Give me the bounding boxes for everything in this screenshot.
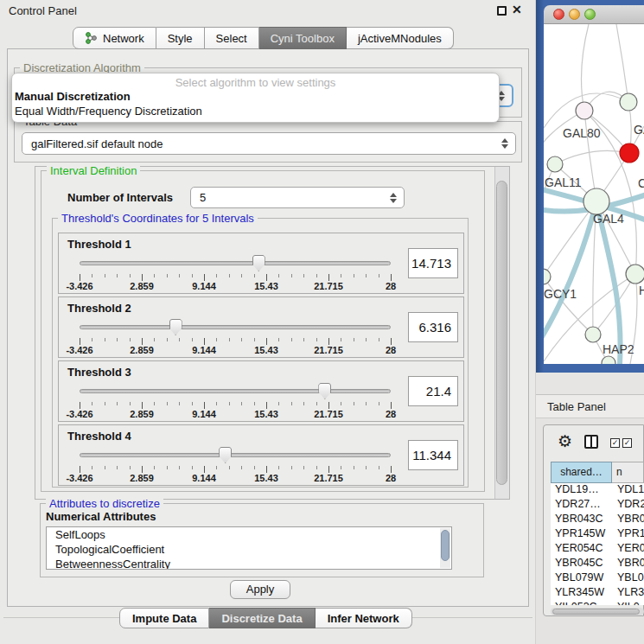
gear-icon[interactable]: ⚙ <box>558 431 572 451</box>
zoom-traffic-light-icon[interactable] <box>584 9 596 20</box>
column-header-name[interactable]: n <box>612 462 644 483</box>
threshold-4-value-field[interactable]: 11.344 <box>408 440 458 470</box>
number-of-intervals-label: Number of Intervals <box>67 191 173 204</box>
node[interactable] <box>602 356 615 364</box>
network-icon <box>85 32 98 44</box>
tab-network[interactable]: Network <box>73 27 156 49</box>
checkbox-icon[interactable]: ✓ <box>622 438 632 448</box>
table-row[interactable]: YDR27…YDR2 <box>551 498 644 513</box>
threshold-2-slider[interactable] <box>80 319 391 337</box>
threshold-3-slider[interactable] <box>80 383 391 401</box>
table-row[interactable]: YBR043CYBR0 <box>551 513 644 527</box>
thresholds-group: Threshold's Coordinates for 5 Intervals … <box>52 218 469 488</box>
threshold-1-slider[interactable] <box>80 255 391 273</box>
node[interactable] <box>626 265 644 284</box>
node-gal4[interactable] <box>583 188 609 214</box>
vertical-scrollbar-thumb[interactable] <box>496 181 507 485</box>
node-selected-red[interactable] <box>620 143 639 163</box>
slider-handle[interactable] <box>219 447 232 463</box>
table-data-combobox[interactable]: galFiltered.sif default node <box>22 132 516 155</box>
tab-impute-data[interactable]: Impute Data <box>119 608 209 628</box>
table-row[interactable]: YLR345WYLR3 <box>551 586 644 601</box>
number-of-intervals-combobox[interactable]: 5 <box>190 187 405 208</box>
slider-track[interactable] <box>80 261 391 265</box>
algorithm-option-manual[interactable]: Manual Discretization <box>15 90 131 103</box>
node-hap2[interactable] <box>585 327 601 342</box>
node-label: GAL80 <box>563 126 601 140</box>
threshold-1-panel: Threshold 1 -3.426 2.859 9.144 15.43 21.… <box>58 233 464 294</box>
tab-style[interactable]: Style <box>156 27 205 49</box>
numerical-attributes-label: Numerical Attributes <box>46 510 156 523</box>
network-window-titlebar[interactable] <box>544 5 644 24</box>
table-row[interactable]: YDL19…YDL1 <box>551 483 644 498</box>
split-columns-icon[interactable] <box>584 435 598 449</box>
node[interactable] <box>620 93 637 111</box>
network-view-window: GAL80 GA GAL11 C GAL4 GCY1 H HAP2 <box>536 0 644 373</box>
tab-infer-network[interactable]: Infer Network <box>316 608 412 628</box>
table-row[interactable]: YPR145WYPR1 <box>551 527 644 542</box>
list-item[interactable]: BetweennessCentrality <box>47 557 451 570</box>
table-row[interactable]: YIL053CYIL0 <box>551 601 644 605</box>
slider-track[interactable] <box>80 325 391 329</box>
table-panel-title: Table Panel <box>547 400 606 413</box>
tab-discretize-data[interactable]: Discretize Data <box>209 608 315 628</box>
numerical-attributes-list: SelfLoops TopologicalCoefficient Between… <box>46 526 452 570</box>
bottom-tab-bar: Impute Data Discretize Data Infer Networ… <box>119 608 412 628</box>
tab-select[interactable]: Select <box>205 27 259 49</box>
threshold-2-panel: Threshold 2 -3.426 2.859 9.144 15.43 21.… <box>58 296 464 358</box>
attributes-group: Attributes to discretize Numerical Attri… <box>40 503 484 577</box>
close-icon[interactable]: ✕ <box>512 3 522 16</box>
horizontal-scrollbar[interactable] <box>551 608 644 615</box>
horizontal-scrollbar-thumb[interactable] <box>552 609 640 615</box>
float-window-icon[interactable] <box>497 6 507 16</box>
top-tab-bar: Network Style Select Cyni Toolbox jActiv… <box>73 27 454 49</box>
node-gal11[interactable] <box>547 156 563 172</box>
list-scrollbar-thumb[interactable] <box>441 530 450 561</box>
settings-scroll-pane: Interval Definition Number of Intervals … <box>35 166 510 500</box>
table-row[interactable]: YBL079WYBL0 <box>551 571 644 586</box>
list-item[interactable]: SelfLoops <box>47 527 451 542</box>
tab-cyni-toolbox[interactable]: Cyni Toolbox <box>259 27 347 49</box>
table-row[interactable]: YBR045CYBR0 <box>551 557 644 571</box>
number-of-intervals-value: 5 <box>191 191 386 204</box>
table-panel-window: ⚙ ✓ ✓ shared… n YDL19…YDL1 YDR27…YDR2 YB… <box>543 424 644 616</box>
combo-stepper-icon <box>498 138 512 149</box>
control-panel-window: Control Panel ✕ Network Style Select Cyn… <box>0 0 536 644</box>
network-canvas[interactable]: GAL80 GA GAL11 C GAL4 GCY1 H HAP2 <box>544 24 644 364</box>
slider-track[interactable] <box>80 453 391 457</box>
slider-handle[interactable] <box>252 255 265 271</box>
list-scrollbar[interactable] <box>440 528 450 568</box>
network-graph: GAL80 GA GAL11 C GAL4 GCY1 H HAP2 <box>544 24 644 364</box>
column-header-shared-name[interactable]: shared… <box>551 462 612 483</box>
node-gal80[interactable] <box>576 102 593 119</box>
tab-network-label: Network <box>103 32 144 45</box>
slider-handle[interactable] <box>169 319 182 335</box>
node-label: GAL4 <box>593 212 624 226</box>
threshold-3-value-field[interactable]: 21.4 <box>408 376 458 406</box>
table-data-group: Table Data galFiltered.sif default node <box>14 121 522 163</box>
list-item[interactable]: TopologicalCoefficient <box>47 542 451 557</box>
threshold-1-value-field[interactable]: 14.713 <box>408 248 458 278</box>
interval-definition-title: Interval Definition <box>47 164 140 177</box>
attributes-group-title: Attributes to discretize <box>46 497 163 510</box>
threshold-2-value-field[interactable]: 6.316 <box>408 312 458 342</box>
apply-button[interactable]: Apply <box>230 580 290 599</box>
threshold-3-panel: Threshold 3 -3.426 2.859 9.144 15.43 21.… <box>58 360 464 422</box>
slider-handle[interactable] <box>318 383 331 399</box>
tab-jactivemnodules[interactable]: jActiveMNodules <box>347 27 454 49</box>
node-table: shared… n YDL19…YDL1 YDR27…YDR2 YBR043CY… <box>551 462 644 605</box>
node-label: GCY1 <box>544 287 577 301</box>
minimize-traffic-light-icon[interactable] <box>569 9 580 20</box>
vertical-scrollbar[interactable] <box>494 167 509 499</box>
table-data-selected: galFiltered.sif default node <box>22 137 498 150</box>
node-label: GA <box>634 123 644 137</box>
threshold-4-slider[interactable] <box>80 447 391 465</box>
threshold-4-panel: Threshold 4 -3.426 2.859 9.144 15.43 21.… <box>58 424 464 486</box>
algorithm-option-equal-width[interactable]: Equal Width/Frequency Discretization <box>15 105 202 118</box>
node-gcy1[interactable] <box>544 269 551 284</box>
node-label: C <box>638 176 644 190</box>
checkbox-icon[interactable]: ✓ <box>610 438 620 448</box>
table-row[interactable]: YER054CYER0 <box>551 542 644 557</box>
close-traffic-light-icon[interactable] <box>553 9 564 20</box>
slider-track[interactable] <box>80 389 391 393</box>
